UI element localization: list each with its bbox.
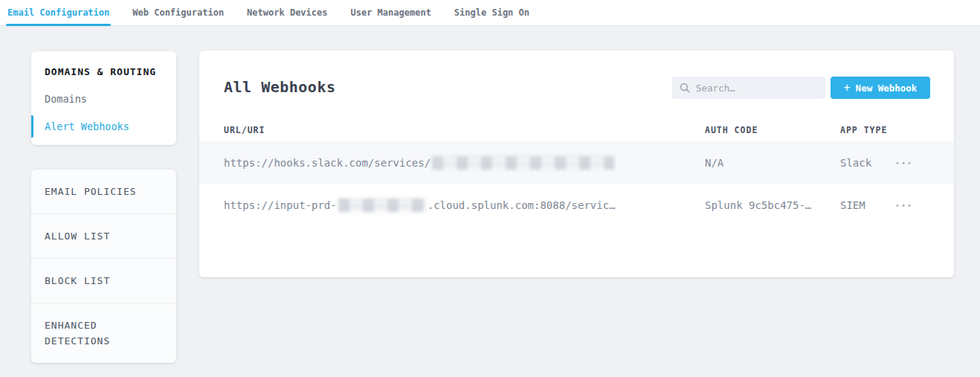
auth-code: Splunk 9c5bc475-… [705, 199, 811, 211]
new-webhook-button-label: New Webhook [856, 83, 918, 94]
app-type: SIEM [840, 199, 865, 211]
search-input[interactable] [696, 83, 807, 94]
webhooks-panel: All Webhooks + New Webhook URL/URI AUTH … [199, 51, 954, 277]
page-title: All Webhooks [224, 78, 336, 96]
tab-label: User Management [350, 7, 431, 18]
sidebar-item-domains[interactable]: Domains [45, 93, 163, 105]
column-header-url: URL/URI [224, 125, 265, 135]
row-menu-icon[interactable]: ••• [892, 154, 916, 171]
url-text: https://hooks.slack.com/services/ [224, 157, 431, 169]
sidebar-item-label: Domains [45, 93, 87, 105]
tab-single-sign-on[interactable]: Single Sign On [454, 1, 529, 25]
tab-network-devices[interactable]: Network Devices [247, 1, 327, 25]
table-row[interactable]: https://input-prd- .cloud.splunk.com:808… [199, 184, 954, 226]
redacted-blur [432, 155, 614, 170]
url-text: https://input-prd- [224, 199, 337, 211]
tab-label: Email Configuration [7, 7, 109, 18]
tab-label: Web Configuration [132, 7, 224, 18]
redacted-blur [338, 198, 426, 212]
url-text: .cloud.splunk.com:8088/servic… [428, 199, 616, 211]
active-tab-underline [6, 24, 111, 26]
new-webhook-button[interactable]: + New Webhook [831, 77, 930, 99]
sidebar-item-alert-webhooks[interactable]: Alert Webhooks [45, 120, 163, 132]
column-header-auth: AUTH CODE [705, 125, 758, 135]
plus-icon: + [844, 81, 851, 94]
table-row[interactable]: https://hooks.slack.com/services/ N/A Sl… [199, 141, 954, 184]
domains-routing-card: DOMAINS & ROUTING Domains Alert Webhooks [31, 51, 176, 145]
search-box[interactable] [672, 77, 825, 99]
active-item-indicator [31, 115, 33, 138]
sidebar-item-enhanced-detections[interactable]: ENHANCED DETECTIONS [31, 303, 176, 363]
sidebar-item-email-policies[interactable]: EMAIL POLICIES [31, 170, 176, 213]
table-header: URL/URI AUTH CODE APP TYPE [199, 119, 954, 141]
domains-routing-title: DOMAINS & ROUTING [45, 66, 163, 77]
search-icon [680, 83, 690, 93]
tab-email-configuration[interactable]: Email Configuration [7, 1, 109, 25]
sidebar-item-block-list[interactable]: BLOCK LIST [31, 258, 176, 303]
webhook-url: https://hooks.slack.com/services/ [224, 155, 614, 170]
sidebar-item-label: Alert Webhooks [45, 120, 129, 132]
sidebar-item-allow-list[interactable]: ALLOW LIST [31, 213, 176, 258]
sidebar-sections-card: EMAIL POLICIES ALLOW LIST BLOCK LIST ENH… [31, 170, 176, 363]
row-menu-icon[interactable]: ••• [892, 196, 916, 213]
tab-user-management[interactable]: User Management [350, 1, 431, 25]
top-navbar: Email Configuration Web Configuration Ne… [0, 0, 980, 26]
app-type: Slack [840, 157, 871, 169]
auth-code: N/A [705, 157, 723, 169]
tab-web-configuration[interactable]: Web Configuration [132, 1, 224, 25]
webhook-url: https://input-prd- .cloud.splunk.com:808… [224, 198, 616, 212]
tab-label: Single Sign On [454, 7, 529, 18]
column-header-app: APP TYPE [840, 125, 887, 135]
tab-label: Network Devices [247, 7, 327, 18]
